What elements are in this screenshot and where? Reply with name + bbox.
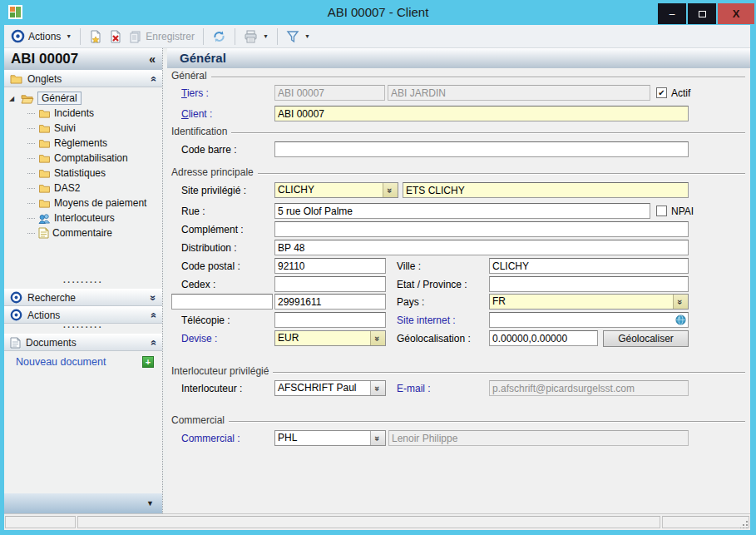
pays-label: Pays : bbox=[397, 296, 424, 308]
rue-field[interactable] bbox=[274, 203, 650, 219]
pays-combo[interactable]: FR » bbox=[489, 294, 689, 310]
print-button[interactable]: ▼ bbox=[240, 30, 272, 43]
maximize-button[interactable] bbox=[688, 3, 716, 24]
minimize-button[interactable]: – bbox=[658, 3, 686, 24]
email-field bbox=[489, 380, 689, 396]
delete-record-button[interactable] bbox=[106, 30, 126, 43]
section-splitter[interactable]: ········· bbox=[4, 279, 162, 289]
interlocuteur-label: Interlocuteur : bbox=[181, 383, 242, 394]
tree-node-das2[interactable]: DAS2 bbox=[27, 181, 162, 196]
tree-node-comptabilisation[interactable]: Comptabilisation bbox=[27, 151, 162, 166]
client-field[interactable] bbox=[274, 106, 689, 121]
group-line bbox=[258, 173, 745, 175]
filter-icon bbox=[286, 30, 299, 43]
documents-section-label: Documents bbox=[26, 337, 146, 349]
chevron-down-icon: ▼ bbox=[146, 499, 154, 508]
resize-grip[interactable] bbox=[740, 520, 749, 528]
distribution-label: Distribution : bbox=[181, 242, 237, 254]
site-privilegie-combo[interactable]: CLICHY » bbox=[274, 182, 398, 198]
complement-field[interactable] bbox=[274, 221, 689, 237]
interlocuteur-combo[interactable]: AFSCHRIFT Paul » bbox=[274, 380, 386, 396]
note-icon bbox=[38, 227, 49, 239]
devise-combo[interactable]: EUR » bbox=[274, 330, 386, 346]
tree-node-reglements[interactable]: Règlements bbox=[27, 136, 162, 151]
toolbar-separator bbox=[80, 28, 81, 45]
filter-button[interactable]: ▼ bbox=[283, 30, 314, 43]
site-privilegie-value: CLICHY bbox=[275, 183, 383, 197]
ville-field[interactable] bbox=[489, 258, 689, 274]
tree-node-incidents[interactable]: Incidents bbox=[27, 106, 162, 121]
npai-checkbox[interactable] bbox=[656, 206, 667, 216]
expand-section-icon[interactable]: » bbox=[148, 295, 160, 300]
group-title-general: Général bbox=[171, 70, 207, 82]
actif-checkbox[interactable]: ✔ bbox=[656, 87, 667, 98]
geolocaliser-button[interactable]: Géolocaliser bbox=[603, 330, 689, 347]
refresh-button[interactable] bbox=[209, 30, 230, 43]
sidebar-header: ABI 00007 « bbox=[4, 48, 162, 70]
combo-dropdown-button[interactable]: » bbox=[370, 331, 385, 345]
new-record-button[interactable] bbox=[86, 30, 106, 43]
tabs-tree: ◢ Général Incidents bbox=[4, 87, 162, 240]
tiers-code-field bbox=[274, 85, 385, 101]
window-title: ABI 00007 - Client bbox=[0, 0, 756, 25]
sidebar-overflow-bar[interactable]: ▼ bbox=[4, 493, 162, 513]
tree-node-general[interactable]: ◢ Général bbox=[9, 91, 162, 106]
new-document-link[interactable]: Nouveau document bbox=[16, 356, 142, 368]
site-name-field[interactable] bbox=[403, 182, 689, 198]
tree-connector bbox=[27, 113, 35, 114]
collapse-section-icon[interactable]: » bbox=[148, 76, 160, 82]
close-button[interactable]: X bbox=[718, 3, 754, 24]
interlocuteur-value: AFSCHRIFT Paul bbox=[275, 381, 370, 395]
collapse-section-icon[interactable]: » bbox=[148, 339, 160, 345]
tree-node-label: Suivi bbox=[54, 122, 76, 134]
globe-icon[interactable] bbox=[675, 315, 686, 325]
combo-dropdown-button[interactable]: » bbox=[673, 295, 688, 309]
combo-dropdown-button[interactable]: » bbox=[370, 431, 385, 445]
recherche-section-header[interactable]: Recherche » bbox=[4, 289, 162, 306]
geolocalisation-field[interactable] bbox=[489, 330, 598, 346]
telephone-field[interactable] bbox=[274, 294, 386, 310]
combo-dropdown-button[interactable]: » bbox=[370, 381, 385, 395]
add-document-icon[interactable]: + bbox=[142, 356, 154, 368]
collapse-sidebar-button[interactable]: « bbox=[149, 52, 156, 66]
distribution-field[interactable] bbox=[274, 240, 689, 255]
actif-label: Actif bbox=[671, 87, 690, 99]
telephone-custom-label-field[interactable] bbox=[171, 294, 273, 310]
tree-node-suivi[interactable]: Suivi bbox=[27, 121, 162, 136]
document-icon bbox=[10, 337, 21, 349]
telecopie-field[interactable] bbox=[274, 312, 386, 328]
page-title: Général bbox=[167, 48, 750, 68]
delete-document-icon bbox=[109, 30, 122, 43]
collapse-section-icon[interactable]: » bbox=[148, 312, 160, 318]
toolbar-separator bbox=[277, 28, 278, 45]
tree-connector bbox=[27, 218, 35, 219]
etat-province-field[interactable] bbox=[489, 276, 689, 292]
target-icon bbox=[11, 29, 25, 43]
combo-dropdown-button[interactable]: » bbox=[383, 183, 398, 197]
sidebar: ABI 00007 « Onglets » ◢ Génér bbox=[4, 48, 162, 513]
group-title-identification: Identification bbox=[171, 126, 227, 137]
tree-node-interlocuteurs[interactable]: Interlocuteurs bbox=[27, 211, 162, 225]
cedex-field[interactable] bbox=[274, 276, 386, 292]
commercial-name-field bbox=[388, 430, 689, 446]
actions-section-header[interactable]: Actions » bbox=[4, 306, 162, 324]
recherche-section-label: Recherche bbox=[27, 292, 146, 304]
documents-section-header[interactable]: Documents » bbox=[4, 334, 162, 351]
code-barre-field[interactable] bbox=[274, 141, 689, 157]
save-button-label: Enregistrer bbox=[146, 31, 195, 42]
commercial-combo[interactable]: PHL » bbox=[274, 430, 386, 446]
save-button[interactable]: Enregistrer bbox=[126, 30, 198, 43]
tree-node-commentaire[interactable]: Commentaire bbox=[27, 225, 162, 240]
onglets-section-header[interactable]: Onglets » bbox=[4, 70, 162, 87]
actions-menu[interactable]: Actions ▼ bbox=[7, 29, 75, 43]
group-line bbox=[229, 421, 745, 423]
code-postal-field[interactable] bbox=[274, 258, 386, 274]
tree-node-moyens-de-paiement[interactable]: Moyens de paiement bbox=[27, 196, 162, 211]
refresh-icon bbox=[212, 30, 226, 43]
section-splitter[interactable]: ········· bbox=[4, 324, 162, 334]
site-internet-field[interactable] bbox=[489, 312, 689, 328]
actions-menu-label: Actions bbox=[28, 31, 61, 42]
expander-icon[interactable]: ◢ bbox=[9, 95, 17, 102]
tree-node-statistiques[interactable]: Statistiques bbox=[27, 166, 162, 181]
tree-node-label: Statistiques bbox=[54, 167, 106, 179]
